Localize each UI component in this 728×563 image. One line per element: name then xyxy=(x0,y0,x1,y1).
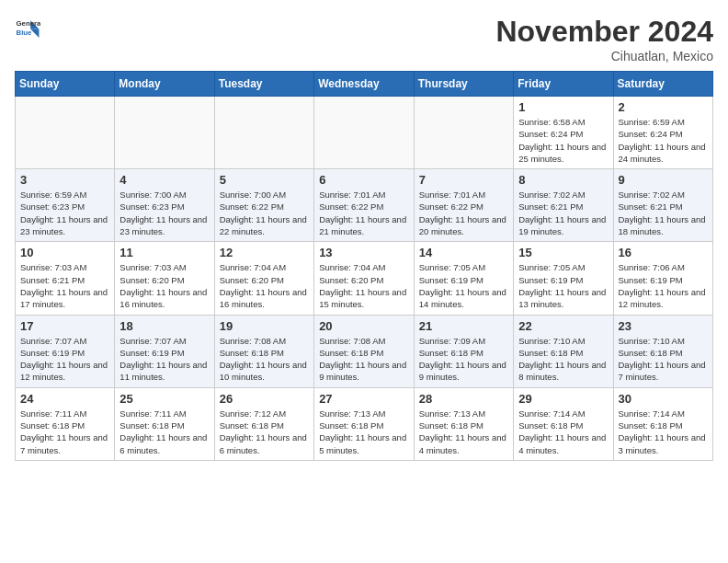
day-number: 29 xyxy=(518,392,608,406)
calendar-day: 4Sunrise: 7:00 AM Sunset: 6:23 PM Daylig… xyxy=(115,169,214,242)
calendar-day xyxy=(115,97,214,169)
calendar-day xyxy=(314,97,415,169)
day-number: 15 xyxy=(518,246,608,259)
day-info: Sunrise: 7:04 AM Sunset: 6:20 PM Dayligh… xyxy=(319,261,409,310)
day-info: Sunrise: 7:07 AM Sunset: 6:19 PM Dayligh… xyxy=(119,335,209,384)
calendar-day xyxy=(414,97,513,169)
day-number: 23 xyxy=(619,319,709,333)
day-info: Sunrise: 6:59 AM Sunset: 6:23 PM Dayligh… xyxy=(20,189,109,237)
weekday-header: Sunday xyxy=(16,72,115,97)
calendar-day: 5Sunrise: 7:00 AM Sunset: 6:22 PM Daylig… xyxy=(214,169,313,242)
logo: General Blue xyxy=(15,15,40,40)
day-info: Sunrise: 7:13 AM Sunset: 6:18 PM Dayligh… xyxy=(419,408,508,456)
calendar-day: 10Sunrise: 7:03 AM Sunset: 6:21 PM Dayli… xyxy=(16,242,115,315)
day-number: 3 xyxy=(20,173,109,187)
calendar-day: 13Sunrise: 7:04 AM Sunset: 6:20 PM Dayli… xyxy=(314,242,415,315)
day-number: 21 xyxy=(419,319,508,333)
calendar-day: 30Sunrise: 7:14 AM Sunset: 6:18 PM Dayli… xyxy=(613,387,713,460)
day-info: Sunrise: 7:09 AM Sunset: 6:18 PM Dayligh… xyxy=(419,335,508,384)
weekday-header: Wednesday xyxy=(314,72,415,97)
day-number: 11 xyxy=(119,246,209,259)
day-info: Sunrise: 7:05 AM Sunset: 6:19 PM Dayligh… xyxy=(419,261,508,310)
calendar-day: 9Sunrise: 7:02 AM Sunset: 6:21 PM Daylig… xyxy=(613,169,713,242)
day-info: Sunrise: 7:05 AM Sunset: 6:19 PM Dayligh… xyxy=(518,261,608,310)
day-info: Sunrise: 7:01 AM Sunset: 6:22 PM Dayligh… xyxy=(419,189,508,237)
calendar-week: 3Sunrise: 6:59 AM Sunset: 6:23 PM Daylig… xyxy=(16,169,713,242)
title-area: November 2024 Cihuatlan, Mexico xyxy=(495,15,713,63)
day-number: 22 xyxy=(518,319,608,333)
day-number: 12 xyxy=(220,246,309,259)
calendar-day: 23Sunrise: 7:10 AM Sunset: 6:18 PM Dayli… xyxy=(613,315,713,387)
calendar-day: 2Sunrise: 6:59 AM Sunset: 6:24 PM Daylig… xyxy=(613,97,713,169)
calendar-day: 16Sunrise: 7:06 AM Sunset: 6:19 PM Dayli… xyxy=(613,242,713,315)
calendar-day: 11Sunrise: 7:03 AM Sunset: 6:20 PM Dayli… xyxy=(115,242,214,315)
logo-icon: General Blue xyxy=(15,15,40,40)
day-number: 5 xyxy=(220,173,309,187)
calendar-day: 22Sunrise: 7:10 AM Sunset: 6:18 PM Dayli… xyxy=(514,315,613,387)
day-number: 7 xyxy=(419,173,508,187)
day-number: 1 xyxy=(518,100,608,114)
day-number: 13 xyxy=(319,246,409,259)
day-number: 6 xyxy=(319,173,409,187)
calendar-day xyxy=(214,97,313,169)
day-info: Sunrise: 7:04 AM Sunset: 6:20 PM Dayligh… xyxy=(220,261,309,310)
weekday-header: Thursday xyxy=(414,72,513,97)
day-info: Sunrise: 7:06 AM Sunset: 6:19 PM Dayligh… xyxy=(619,261,709,310)
day-number: 10 xyxy=(20,246,109,259)
day-info: Sunrise: 7:02 AM Sunset: 6:21 PM Dayligh… xyxy=(619,189,709,237)
day-number: 20 xyxy=(319,319,409,333)
calendar-day: 3Sunrise: 6:59 AM Sunset: 6:23 PM Daylig… xyxy=(16,169,115,242)
calendar-week: 17Sunrise: 7:07 AM Sunset: 6:19 PM Dayli… xyxy=(16,315,713,387)
day-number: 30 xyxy=(619,392,709,406)
calendar-day: 8Sunrise: 7:02 AM Sunset: 6:21 PM Daylig… xyxy=(514,169,613,242)
calendar-week: 10Sunrise: 7:03 AM Sunset: 6:21 PM Dayli… xyxy=(16,242,713,315)
day-info: Sunrise: 7:14 AM Sunset: 6:18 PM Dayligh… xyxy=(619,408,709,456)
day-info: Sunrise: 7:11 AM Sunset: 6:18 PM Dayligh… xyxy=(119,408,209,456)
day-number: 27 xyxy=(319,392,409,406)
day-number: 28 xyxy=(419,392,508,406)
month-title: November 2024 xyxy=(495,15,713,49)
day-info: Sunrise: 7:02 AM Sunset: 6:21 PM Dayligh… xyxy=(518,189,608,237)
calendar-day: 26Sunrise: 7:12 AM Sunset: 6:18 PM Dayli… xyxy=(214,387,313,460)
calendar-day: 29Sunrise: 7:14 AM Sunset: 6:18 PM Dayli… xyxy=(514,387,613,460)
day-number: 14 xyxy=(419,246,508,259)
calendar-day: 21Sunrise: 7:09 AM Sunset: 6:18 PM Dayli… xyxy=(414,315,513,387)
day-info: Sunrise: 7:01 AM Sunset: 6:22 PM Dayligh… xyxy=(319,189,409,237)
day-info: Sunrise: 7:13 AM Sunset: 6:18 PM Dayligh… xyxy=(319,408,409,456)
calendar-day: 20Sunrise: 7:08 AM Sunset: 6:18 PM Dayli… xyxy=(314,315,415,387)
day-info: Sunrise: 7:03 AM Sunset: 6:21 PM Dayligh… xyxy=(20,261,109,310)
calendar-day: 1Sunrise: 6:58 AM Sunset: 6:24 PM Daylig… xyxy=(514,97,613,169)
day-number: 2 xyxy=(619,100,709,114)
day-info: Sunrise: 7:10 AM Sunset: 6:18 PM Dayligh… xyxy=(518,335,608,384)
calendar-day: 12Sunrise: 7:04 AM Sunset: 6:20 PM Dayli… xyxy=(214,242,313,315)
calendar-day: 27Sunrise: 7:13 AM Sunset: 6:18 PM Dayli… xyxy=(314,387,415,460)
calendar-day: 7Sunrise: 7:01 AM Sunset: 6:22 PM Daylig… xyxy=(414,169,513,242)
calendar-day: 28Sunrise: 7:13 AM Sunset: 6:18 PM Dayli… xyxy=(414,387,513,460)
day-info: Sunrise: 6:58 AM Sunset: 6:24 PM Dayligh… xyxy=(518,116,608,165)
page-header: General Blue November 2024 Cihuatlan, Me… xyxy=(15,15,713,63)
day-info: Sunrise: 7:08 AM Sunset: 6:18 PM Dayligh… xyxy=(220,335,309,384)
day-info: Sunrise: 6:59 AM Sunset: 6:24 PM Dayligh… xyxy=(619,116,709,165)
calendar-week: 24Sunrise: 7:11 AM Sunset: 6:18 PM Dayli… xyxy=(16,387,713,460)
day-info: Sunrise: 7:00 AM Sunset: 6:22 PM Dayligh… xyxy=(220,189,309,237)
day-number: 8 xyxy=(518,173,608,187)
calendar-day: 14Sunrise: 7:05 AM Sunset: 6:19 PM Dayli… xyxy=(414,242,513,315)
day-number: 17 xyxy=(20,319,109,333)
day-number: 16 xyxy=(619,246,709,259)
calendar-day: 24Sunrise: 7:11 AM Sunset: 6:18 PM Dayli… xyxy=(16,387,115,460)
day-info: Sunrise: 7:08 AM Sunset: 6:18 PM Dayligh… xyxy=(319,335,409,384)
day-info: Sunrise: 7:14 AM Sunset: 6:18 PM Dayligh… xyxy=(518,408,608,456)
weekday-header: Friday xyxy=(514,72,613,97)
day-number: 19 xyxy=(220,319,309,333)
calendar-day: 19Sunrise: 7:08 AM Sunset: 6:18 PM Dayli… xyxy=(214,315,313,387)
day-number: 9 xyxy=(619,173,709,187)
calendar-day xyxy=(16,97,115,169)
calendar-day: 6Sunrise: 7:01 AM Sunset: 6:22 PM Daylig… xyxy=(314,169,415,242)
day-info: Sunrise: 7:07 AM Sunset: 6:19 PM Dayligh… xyxy=(20,335,109,384)
calendar-day: 17Sunrise: 7:07 AM Sunset: 6:19 PM Dayli… xyxy=(16,315,115,387)
day-number: 25 xyxy=(119,392,209,406)
weekday-header: Monday xyxy=(115,72,214,97)
day-number: 4 xyxy=(119,173,209,187)
calendar-week: 1Sunrise: 6:58 AM Sunset: 6:24 PM Daylig… xyxy=(16,97,713,169)
day-info: Sunrise: 7:03 AM Sunset: 6:20 PM Dayligh… xyxy=(119,261,209,310)
